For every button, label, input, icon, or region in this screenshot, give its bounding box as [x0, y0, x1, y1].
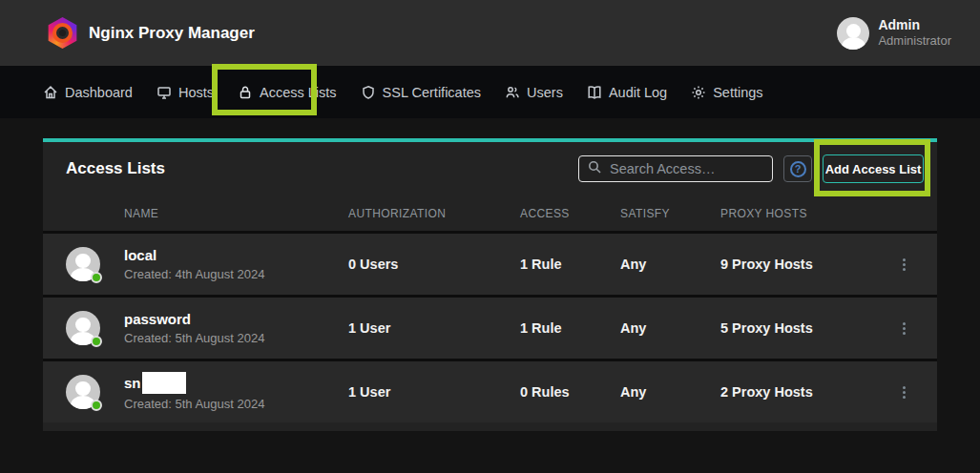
column-header-satisfy: SATISFY [620, 207, 720, 220]
lock-icon [238, 85, 253, 100]
access-list-name: local [124, 246, 348, 264]
app-header: Nginx Proxy Manager Admin Administrator [0, 0, 980, 66]
table-header: NAME AUTHORIZATION ACCESS SATISFY PROXY … [43, 195, 937, 231]
redaction-box [142, 372, 186, 394]
access-list-avatar [66, 375, 100, 409]
created-date: Created: 4th August 2024 [124, 266, 348, 283]
search-icon [587, 159, 602, 178]
table-row[interactable]: sn Created: 5th August 2024 1 User 0 Rul… [43, 359, 937, 422]
home-icon [43, 85, 58, 100]
book-icon [587, 85, 602, 100]
access-list-avatar [66, 311, 100, 345]
table-row[interactable]: local Created: 4th August 2024 0 Users 1… [43, 231, 937, 295]
add-access-list-button[interactable]: Add Access List [823, 154, 924, 183]
satisfy-value: Any [620, 257, 720, 272]
nav-item-hosts[interactable]: Hosts [156, 85, 214, 100]
access-list-name: password [124, 310, 348, 328]
shield-icon [361, 85, 376, 100]
proxy-hosts-value: 2 Proxy Hosts [720, 384, 894, 400]
proxy-hosts-value: 5 Proxy Hosts [720, 320, 894, 336]
authorization-value: 1 User [348, 320, 520, 336]
user-avatar[interactable] [837, 17, 869, 50]
search-box [578, 155, 773, 182]
row-actions-menu-icon[interactable] [894, 258, 913, 271]
main-nav: Dashboard Hosts Access Lists SSL Certifi… [0, 66, 980, 118]
app-title: Nginx Proxy Manager [89, 24, 255, 43]
column-header-proxy-hosts: PROXY HOSTS [720, 207, 894, 220]
gear-icon [691, 85, 706, 100]
satisfy-value: Any [620, 384, 720, 400]
app-logo-icon [47, 17, 78, 49]
authorization-value: 0 Users [348, 257, 520, 272]
created-date: Created: 5th August 2024 [124, 396, 348, 413]
nginx-proxy-manager-app: Nginx Proxy Manager Admin Administrator … [0, 0, 980, 473]
access-value: 1 Rule [520, 257, 620, 272]
access-value: 0 Rules [520, 384, 620, 400]
satisfy-value: Any [620, 320, 720, 336]
monitor-icon [156, 85, 172, 100]
question-mark-icon: ? [790, 161, 806, 177]
nav-item-settings[interactable]: Settings [691, 85, 762, 100]
status-dot-icon [91, 336, 102, 347]
status-dot-icon [91, 400, 102, 411]
user-role: Administrator [878, 33, 951, 49]
access-lists-panel: Access Lists ? Add Access List NAME AUTH… [43, 138, 937, 431]
panel-title: Access Lists [66, 159, 165, 178]
access-list-name: sn [124, 375, 141, 391]
nav-item-ssl-certificates[interactable]: SSL Certificates [361, 85, 481, 100]
nav-item-dashboard[interactable]: Dashboard [43, 85, 133, 100]
table-row[interactable]: password Created: 5th August 2024 1 User… [43, 295, 937, 359]
user-name: Admin [878, 17, 951, 33]
nav-item-audit-log[interactable]: Audit Log [587, 85, 667, 100]
row-actions-menu-icon[interactable] [894, 386, 913, 399]
panel-header: Access Lists ? Add Access List [43, 142, 937, 195]
column-header-name: NAME [124, 207, 348, 220]
access-list-avatar [66, 247, 100, 281]
proxy-hosts-value: 9 Proxy Hosts [720, 257, 894, 272]
access-value: 1 Rule [520, 320, 620, 336]
column-header-authorization: AUTHORIZATION [348, 207, 520, 220]
authorization-value: 1 User [348, 384, 520, 400]
search-input[interactable] [610, 161, 764, 176]
help-button[interactable]: ? [783, 155, 812, 182]
status-dot-icon [91, 272, 102, 283]
user-menu[interactable]: Admin Administrator [837, 17, 951, 50]
column-header-access: ACCESS [520, 207, 620, 220]
users-icon [505, 85, 520, 100]
nav-item-users[interactable]: Users [505, 85, 563, 100]
avatar-person-icon [846, 24, 861, 38]
created-date: Created: 5th August 2024 [124, 330, 348, 347]
row-actions-menu-icon[interactable] [894, 322, 913, 335]
nav-item-access-lists[interactable]: Access Lists [238, 85, 337, 100]
